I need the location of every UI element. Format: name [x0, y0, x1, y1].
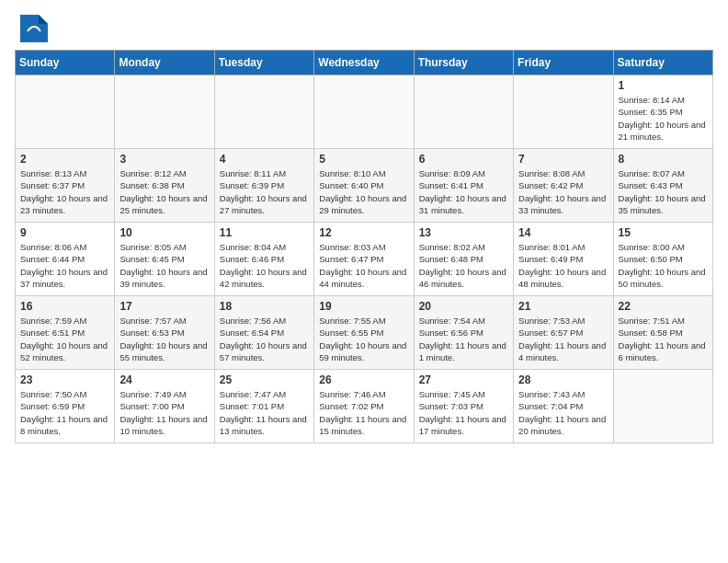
calendar-cell: 16Sunrise: 7:59 AM Sunset: 6:51 PM Dayli… [16, 296, 115, 370]
day-info: Sunrise: 7:54 AM Sunset: 6:56 PM Dayligh… [419, 315, 508, 363]
calendar-cell [414, 75, 513, 149]
calendar-cell: 3Sunrise: 8:12 AM Sunset: 6:38 PM Daylig… [115, 149, 214, 223]
weekday-header-wednesday: Wednesday [314, 51, 414, 75]
day-info: Sunrise: 8:13 AM Sunset: 6:37 PM Dayligh… [20, 167, 109, 216]
day-info: Sunrise: 8:05 AM Sunset: 6:45 PM Dayligh… [119, 241, 209, 290]
day-number: 9 [20, 226, 109, 239]
day-info: Sunrise: 7:47 AM Sunset: 7:01 PM Dayligh… [220, 388, 309, 437]
day-number: 8 [619, 153, 708, 166]
day-number: 28 [518, 373, 608, 386]
day-info: Sunrise: 7:53 AM Sunset: 6:57 PM Dayligh… [518, 315, 608, 363]
calendar-cell: 7Sunrise: 8:08 AM Sunset: 6:42 PM Daylig… [514, 149, 613, 223]
calendar-cell: 15Sunrise: 8:00 AM Sunset: 6:50 PM Dayli… [613, 223, 712, 296]
calendar-cell: 9Sunrise: 8:06 AM Sunset: 6:44 PM Daylig… [16, 223, 115, 296]
day-number: 11 [220, 226, 309, 239]
calendar-cell: 22Sunrise: 7:51 AM Sunset: 6:58 PM Dayli… [613, 296, 712, 370]
day-info: Sunrise: 7:51 AM Sunset: 6:58 PM Dayligh… [619, 315, 708, 363]
logo [15, 15, 48, 42]
day-number: 12 [319, 226, 408, 239]
day-info: Sunrise: 7:46 AM Sunset: 7:02 PM Dayligh… [319, 388, 408, 437]
calendar-cell [16, 75, 115, 149]
day-number: 27 [419, 373, 508, 386]
day-info: Sunrise: 8:08 AM Sunset: 6:42 PM Dayligh… [518, 167, 608, 216]
calendar-cell: 12Sunrise: 8:03 AM Sunset: 6:47 PM Dayli… [314, 223, 414, 296]
day-info: Sunrise: 7:45 AM Sunset: 7:03 PM Dayligh… [419, 388, 508, 437]
calendar-cell: 28Sunrise: 7:43 AM Sunset: 7:04 PM Dayli… [514, 370, 613, 443]
calendar-week-4: 23Sunrise: 7:50 AM Sunset: 6:59 PM Dayli… [16, 370, 713, 443]
day-number: 16 [20, 300, 109, 313]
calendar-cell: 27Sunrise: 7:45 AM Sunset: 7:03 PM Dayli… [414, 370, 513, 443]
weekday-header-monday: Monday [115, 51, 214, 75]
calendar-cell: 24Sunrise: 7:49 AM Sunset: 7:00 PM Dayli… [115, 370, 214, 443]
calendar-week-2: 9Sunrise: 8:06 AM Sunset: 6:44 PM Daylig… [16, 223, 713, 296]
day-info: Sunrise: 7:56 AM Sunset: 6:54 PM Dayligh… [220, 315, 309, 363]
day-info: Sunrise: 8:14 AM Sunset: 6:35 PM Dayligh… [619, 94, 708, 143]
day-info: Sunrise: 8:06 AM Sunset: 6:44 PM Dayligh… [20, 241, 109, 290]
day-number: 3 [119, 153, 209, 166]
day-number: 25 [220, 373, 309, 386]
calendar-header-row: SundayMondayTuesdayWednesdayThursdayFrid… [16, 51, 713, 75]
logo-icon [20, 15, 48, 42]
calendar-table: SundayMondayTuesdayWednesdayThursdayFrid… [15, 50, 713, 443]
day-info: Sunrise: 7:57 AM Sunset: 6:53 PM Dayligh… [119, 315, 209, 363]
day-number: 18 [220, 300, 309, 313]
day-number: 13 [419, 226, 508, 239]
calendar-cell: 20Sunrise: 7:54 AM Sunset: 6:56 PM Dayli… [414, 296, 513, 370]
calendar-cell [214, 75, 313, 149]
calendar-cell [115, 75, 214, 149]
day-number: 10 [119, 226, 209, 239]
day-number: 4 [220, 153, 309, 166]
calendar-cell: 26Sunrise: 7:46 AM Sunset: 7:02 PM Dayli… [314, 370, 414, 443]
calendar-week-3: 16Sunrise: 7:59 AM Sunset: 6:51 PM Dayli… [16, 296, 713, 370]
day-number: 14 [518, 226, 608, 239]
calendar-week-0: 1Sunrise: 8:14 AM Sunset: 6:35 PM Daylig… [16, 75, 713, 149]
day-info: Sunrise: 7:49 AM Sunset: 7:00 PM Dayligh… [119, 388, 209, 437]
calendar-cell: 19Sunrise: 7:55 AM Sunset: 6:55 PM Dayli… [314, 296, 414, 370]
svg-marker-1 [39, 15, 48, 24]
day-number: 19 [319, 300, 408, 313]
weekday-header-thursday: Thursday [414, 51, 513, 75]
page-header [15, 15, 713, 42]
day-info: Sunrise: 8:12 AM Sunset: 6:38 PM Dayligh… [119, 167, 209, 216]
calendar-cell: 6Sunrise: 8:09 AM Sunset: 6:41 PM Daylig… [414, 149, 513, 223]
calendar-cell: 18Sunrise: 7:56 AM Sunset: 6:54 PM Dayli… [214, 296, 313, 370]
day-number: 6 [419, 153, 508, 166]
day-info: Sunrise: 8:10 AM Sunset: 6:40 PM Dayligh… [319, 167, 408, 216]
weekday-header-saturday: Saturday [613, 51, 712, 75]
day-info: Sunrise: 8:03 AM Sunset: 6:47 PM Dayligh… [319, 241, 408, 290]
calendar-cell: 11Sunrise: 8:04 AM Sunset: 6:46 PM Dayli… [214, 223, 313, 296]
calendar-body: 1Sunrise: 8:14 AM Sunset: 6:35 PM Daylig… [16, 75, 713, 443]
calendar-cell: 21Sunrise: 7:53 AM Sunset: 6:57 PM Dayli… [514, 296, 613, 370]
day-info: Sunrise: 8:00 AM Sunset: 6:50 PM Dayligh… [619, 241, 708, 290]
day-info: Sunrise: 7:50 AM Sunset: 6:59 PM Dayligh… [20, 388, 109, 437]
day-number: 24 [119, 373, 209, 386]
day-number: 15 [619, 226, 708, 239]
day-number: 22 [619, 300, 708, 313]
calendar-cell: 17Sunrise: 7:57 AM Sunset: 6:53 PM Dayli… [115, 296, 214, 370]
day-number: 21 [518, 300, 608, 313]
day-number: 20 [419, 300, 508, 313]
calendar-cell [613, 370, 712, 443]
calendar-cell: 2Sunrise: 8:13 AM Sunset: 6:37 PM Daylig… [16, 149, 115, 223]
calendar-cell [514, 75, 613, 149]
day-info: Sunrise: 7:55 AM Sunset: 6:55 PM Dayligh… [319, 315, 408, 363]
calendar-cell: 13Sunrise: 8:02 AM Sunset: 6:48 PM Dayli… [414, 223, 513, 296]
calendar-cell: 14Sunrise: 8:01 AM Sunset: 6:49 PM Dayli… [514, 223, 613, 296]
day-info: Sunrise: 7:59 AM Sunset: 6:51 PM Dayligh… [20, 315, 109, 363]
day-number: 7 [518, 153, 608, 166]
calendar-cell: 23Sunrise: 7:50 AM Sunset: 6:59 PM Dayli… [16, 370, 115, 443]
day-number: 26 [319, 373, 408, 386]
day-number: 17 [119, 300, 209, 313]
calendar-cell: 4Sunrise: 8:11 AM Sunset: 6:39 PM Daylig… [214, 149, 313, 223]
day-number: 23 [20, 373, 109, 386]
weekday-header-sunday: Sunday [16, 51, 115, 75]
day-info: Sunrise: 8:01 AM Sunset: 6:49 PM Dayligh… [518, 241, 608, 290]
day-info: Sunrise: 8:07 AM Sunset: 6:43 PM Dayligh… [619, 167, 708, 216]
calendar-week-1: 2Sunrise: 8:13 AM Sunset: 6:37 PM Daylig… [16, 149, 713, 223]
day-number: 2 [20, 153, 109, 166]
day-info: Sunrise: 8:09 AM Sunset: 6:41 PM Dayligh… [419, 167, 508, 216]
day-info: Sunrise: 8:02 AM Sunset: 6:48 PM Dayligh… [419, 241, 508, 290]
day-info: Sunrise: 8:11 AM Sunset: 6:39 PM Dayligh… [220, 167, 309, 216]
calendar-cell: 25Sunrise: 7:47 AM Sunset: 7:01 PM Dayli… [214, 370, 313, 443]
svg-marker-0 [20, 15, 48, 42]
